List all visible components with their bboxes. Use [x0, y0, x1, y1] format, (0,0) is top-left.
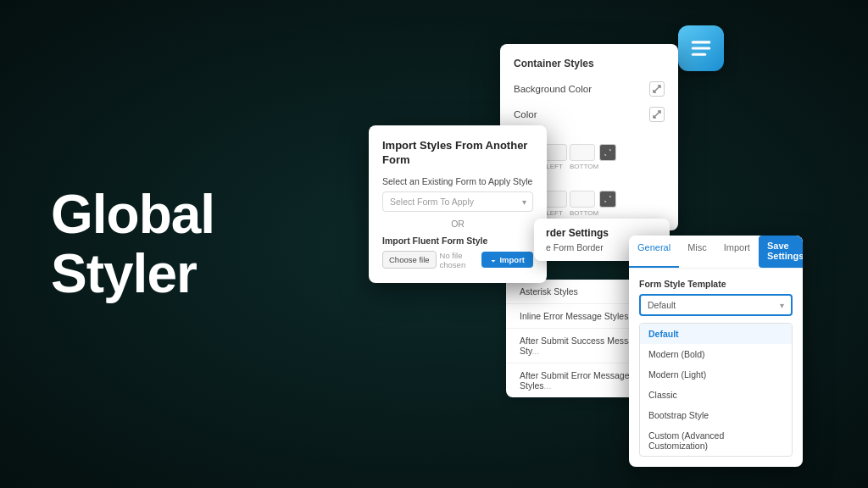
logo-icon	[688, 36, 714, 61]
expand-icon-2	[604, 195, 612, 203]
background-color-label: Background Color	[514, 84, 592, 94]
option-classic[interactable]: Classic	[640, 385, 792, 405]
tab-bar: General Misc Import Save Settings	[629, 236, 803, 269]
template-body: Form Style Template Default ▾ Default Mo…	[629, 269, 803, 467]
template-select-display[interactable]: Default ▾	[639, 294, 793, 316]
template-select-wrap: Default ▾	[639, 294, 793, 316]
import-fluent-label: Import Fluent Form Style	[382, 236, 533, 246]
svg-rect-2	[692, 53, 707, 56]
style-template-card: General Misc Import Save Settings Form S…	[629, 236, 803, 467]
template-label: Form Style Template	[639, 279, 793, 289]
margin-bottom-input[interactable]	[570, 144, 595, 161]
file-row: Choose file No file chosen Import	[382, 251, 533, 269]
color-label: Color	[514, 109, 537, 119]
hero-section: Global Styler	[51, 185, 214, 304]
option-bootstrap[interactable]: Bootstrap Style	[640, 405, 792, 425]
template-dropdown-list: Default Modern (Bold) Modern (Light) Cla…	[639, 323, 793, 457]
hero-title: Global Styler	[51, 185, 214, 304]
upload-icon	[490, 257, 497, 263]
background-color-row: Background Color	[500, 76, 678, 102]
resize-icon	[653, 85, 661, 93]
tab-import[interactable]: Import	[715, 236, 759, 268]
form-select[interactable]: Select Form To Apply	[382, 191, 533, 212]
color-icon[interactable]	[649, 107, 665, 122]
option-custom[interactable]: Custom (Advanced Customization)	[640, 425, 792, 456]
form-select-wrap: Select Form To Apply	[382, 191, 533, 212]
margin-expand-btn[interactable]	[599, 144, 616, 161]
container-styles-title: Container Styles	[500, 54, 678, 76]
app-logo	[678, 25, 724, 71]
svg-rect-1	[692, 47, 711, 49]
or-divider: OR	[382, 219, 533, 229]
svg-rect-0	[692, 41, 711, 43]
no-file-text: No file chosen	[440, 251, 479, 269]
padding-bottom-input[interactable]	[570, 191, 595, 208]
import-title: Import Styles From Another Form	[382, 139, 533, 168]
chevron-down-icon: ▾	[780, 301, 784, 310]
expand-icon	[604, 148, 612, 157]
import-button[interactable]: Import	[481, 252, 533, 268]
option-modern-bold[interactable]: Modern (Bold)	[640, 344, 792, 364]
selected-template-value: Default	[648, 300, 676, 310]
option-modern-light[interactable]: Modern (Light)	[640, 364, 792, 385]
tab-general[interactable]: General	[629, 236, 679, 268]
select-form-label: Select an Existing Form to Apply Style	[382, 176, 533, 186]
resize-icon-2	[653, 110, 661, 119]
color-row: Color	[500, 102, 678, 127]
background-color-icon[interactable]	[649, 81, 665, 97]
option-default[interactable]: Default	[640, 324, 792, 344]
tab-misc[interactable]: Misc	[679, 236, 715, 268]
save-settings-button[interactable]: Save Settings	[759, 236, 803, 268]
padding-expand-btn[interactable]	[599, 191, 616, 208]
choose-file-button[interactable]: Choose file	[382, 251, 437, 269]
import-card: Import Styles From Another Form Select a…	[369, 125, 547, 283]
